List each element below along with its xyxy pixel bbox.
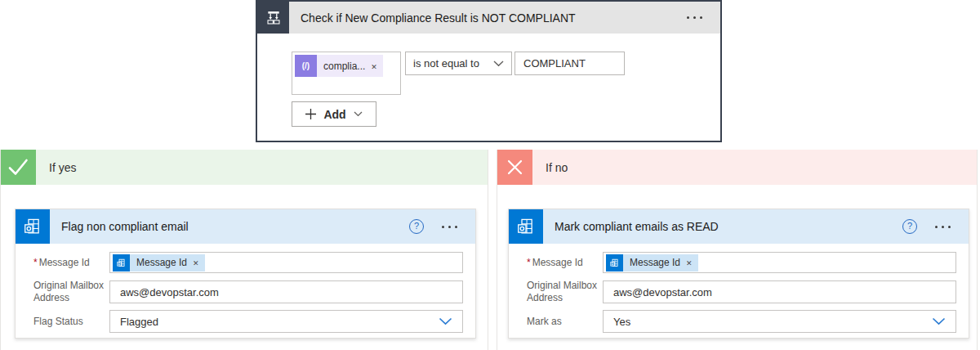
plus-icon [305,109,316,119]
outlook-icon [606,254,623,271]
condition-operator-value: is not equal to [413,57,493,70]
message-id-token-label: Message Id [623,257,686,268]
message-id-input[interactable]: Message Id ✕ [109,252,463,273]
check-icon [1,150,36,185]
expression-token-remove-icon[interactable]: ✕ [371,61,383,71]
mark-as-row: Mark as Yes [509,310,969,333]
flag-email-card-header[interactable]: Flag non compliant email ? [16,209,475,244]
chevron-down-icon [932,317,946,325]
message-id-row: *Message Id [509,252,969,273]
message-id-label: *Message Id [509,257,603,269]
expression-token[interactable]: (/) complia... ✕ [295,55,383,77]
message-id-token[interactable]: Message Id ✕ [606,254,698,271]
outlook-icon [16,209,50,244]
branch-no-section: If no Mark compliant emails as READ ? [497,150,978,350]
x-icon [497,150,532,185]
mailbox-row: Original Mailbox Address [16,280,475,303]
mailbox-row: Original Mailbox Address [509,280,969,303]
message-id-token-label: Message Id [130,257,193,268]
chevron-down-icon [439,317,452,325]
condition-card-header[interactable]: Check if New Compliance Result is NOT CO… [257,2,720,34]
chevron-down-icon [354,111,363,117]
flag-status-row: Flag Status Flagged [16,310,475,333]
flag-status-dropdown[interactable]: Flagged [109,310,463,333]
condition-value-input[interactable] [514,52,625,75]
help-icon[interactable]: ? [902,219,917,234]
mark-read-card-title: Mark compliant emails as READ [555,220,902,233]
branch-yes-header[interactable]: If yes [1,150,488,185]
condition-icon [257,2,289,34]
condition-menu-button[interactable] [685,11,704,24]
expression-icon: (/) [295,55,317,77]
mark-read-menu-button[interactable] [933,221,952,233]
condition-body: (/) complia... ✕ is not equal to Add [257,34,720,138]
branch-yes-label: If yes [49,161,76,174]
message-id-row: *Message Id [16,252,475,273]
branch-no-label: If no [546,161,568,174]
message-id-token[interactable]: Message Id ✕ [113,254,205,271]
condition-operator-select[interactable]: is not equal to [405,52,512,75]
flag-email-menu-button[interactable] [440,221,459,233]
expression-token-label: complia... [317,61,371,72]
mark-as-dropdown[interactable]: Yes [603,310,956,333]
mark-as-value: Yes [613,316,932,328]
message-id-label: *Message Id [16,257,109,269]
branch-yes-section: If yes Flag non compliant email ? [0,150,488,350]
add-condition-button[interactable]: Add [292,101,376,127]
add-button-label: Add [323,108,345,121]
mark-read-card-header[interactable]: Mark compliant emails as READ ? [509,209,969,244]
mailbox-label: Original Mailbox Address [509,280,603,304]
condition-title: Check if New Compliance Result is NOT CO… [301,11,685,25]
flag-status-value: Flagged [120,316,439,328]
condition-card: Check if New Compliance Result is NOT CO… [256,0,722,142]
mailbox-input[interactable] [603,280,956,303]
message-id-token-remove-icon[interactable]: ✕ [193,258,205,267]
message-id-token-remove-icon[interactable]: ✕ [686,258,698,267]
branch-no-header[interactable]: If no [497,150,977,185]
flag-email-card-title: Flag non compliant email [61,220,409,233]
help-icon[interactable]: ? [409,219,424,234]
condition-operand-box[interactable]: (/) complia... ✕ [292,52,401,95]
message-id-input[interactable]: Message Id ✕ [603,252,956,273]
mark-as-label: Mark as [509,316,603,328]
outlook-icon [509,209,543,244]
outlook-icon [113,254,130,271]
chevron-down-icon [493,61,504,67]
action-card-flag-email: Flag non compliant email ? *Message Id [15,209,476,339]
flag-status-label: Flag Status [16,316,109,328]
mailbox-input[interactable] [109,280,463,303]
flow-designer-canvas: Check if New Compliance Result is NOT CO… [0,0,980,350]
action-card-mark-read: Mark compliant emails as READ ? *Message… [508,209,969,339]
mailbox-label: Original Mailbox Address [16,280,109,304]
